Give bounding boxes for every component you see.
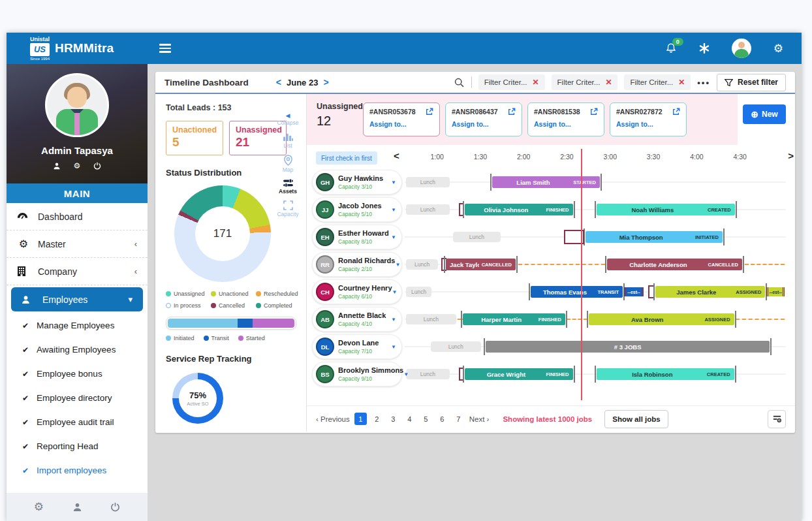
sidebar-subitem-reporting-head[interactable]: ✔Reporting Head bbox=[7, 434, 148, 458]
page-button[interactable]: 5 bbox=[420, 413, 432, 425]
share-icon[interactable] bbox=[426, 108, 433, 116]
tool-list[interactable]: List bbox=[271, 132, 305, 149]
person-icon[interactable] bbox=[72, 502, 82, 512]
asterisk-icon[interactable] bbox=[699, 43, 710, 54]
job-bar[interactable]: James ClarkeASSIGNED bbox=[655, 286, 765, 298]
job-bar[interactable]: Thomas EvansTRANSIT bbox=[531, 286, 623, 298]
job-bar[interactable]: Charlotte AndersonCANCELLED bbox=[607, 259, 742, 270]
sidebar-subitem-employee-bonus[interactable]: ✔Employee bonus bbox=[7, 362, 148, 386]
job-bar[interactable]: Ava BrownASSIGNED bbox=[589, 313, 734, 325]
view-settings-button[interactable] bbox=[768, 410, 786, 428]
sidebar-subitem-awaiting-employees[interactable]: ✔Awaiting Employees bbox=[7, 338, 148, 362]
job-bar[interactable]: Liam SmithSTARTED bbox=[492, 176, 600, 188]
job-bar[interactable]: # 3 JOBS bbox=[486, 341, 770, 353]
employee-name: Devon Lane bbox=[338, 339, 379, 347]
job-bar[interactable]: Jack TaylorCANCELLED bbox=[446, 259, 516, 270]
power-icon[interactable] bbox=[110, 502, 120, 512]
assign-to-link[interactable]: Assign to... bbox=[369, 120, 433, 128]
timeline-prev-chevron-icon[interactable]: < bbox=[394, 150, 399, 161]
dropdown-caret-icon[interactable]: ▼ bbox=[391, 180, 396, 185]
settings-gear-icon[interactable]: ⚙ bbox=[773, 43, 783, 54]
person-icon[interactable] bbox=[53, 162, 61, 170]
filter-chip[interactable]: Filter Criter...✕ bbox=[624, 74, 691, 90]
assign-to-link[interactable]: Assign to... bbox=[616, 120, 680, 128]
sidebar-item-company[interactable]: Company‹ bbox=[7, 258, 148, 285]
job-bar[interactable]: Noah WilliamsCREATED bbox=[597, 204, 735, 215]
new-job-button[interactable]: ⊕ New bbox=[743, 104, 786, 124]
collapse-button[interactable]: ◀ Collapse bbox=[271, 112, 305, 126]
reset-filter-button[interactable]: Reset filter bbox=[717, 74, 786, 91]
page-button[interactable]: 4 bbox=[403, 413, 416, 425]
employee-pill[interactable]: RRRonald RichardsCapacity 2/10▼ bbox=[312, 252, 402, 277]
job-bar[interactable]: Grace WrightFINISHED bbox=[465, 368, 572, 380]
remove-filter-icon[interactable]: ✕ bbox=[678, 78, 685, 87]
tool-assets[interactable]: Assets bbox=[271, 179, 305, 195]
more-filters-button[interactable]: ••• bbox=[697, 78, 710, 87]
job-card[interactable]: #ANSR027872Assign to... bbox=[610, 103, 687, 136]
power-icon[interactable] bbox=[93, 162, 101, 170]
page-button[interactable]: 3 bbox=[387, 413, 399, 425]
dropdown-caret-icon[interactable]: ▼ bbox=[395, 262, 400, 268]
timeline-next-chevron-icon[interactable]: > bbox=[788, 150, 794, 161]
dropdown-caret-icon[interactable]: ▼ bbox=[392, 289, 398, 295]
tool-map[interactable]: Map bbox=[271, 155, 305, 173]
sidebar-subitem-employee-audit-trail[interactable]: ✔Employee audit trail bbox=[7, 410, 148, 434]
tool-capacity[interactable]: Capacity bbox=[271, 200, 305, 217]
filter-chip[interactable]: Filter Criter...✕ bbox=[552, 74, 618, 90]
prev-page-button[interactable]: ‹ Previous bbox=[316, 415, 350, 423]
next-date-chevron-icon[interactable]: > bbox=[323, 77, 328, 87]
remove-filter-icon[interactable]: ✕ bbox=[533, 78, 539, 87]
remove-filter-icon[interactable]: ✕ bbox=[605, 78, 612, 87]
main-area: Timeline Dashboard < June 23 > Filter Cr… bbox=[148, 64, 802, 521]
employee-pill[interactable]: DLDevon LaneCapacity 7/10▼ bbox=[312, 334, 402, 359]
employee-pill[interactable]: CHCourtney HenryCapacity 6/10▼ bbox=[312, 279, 402, 304]
sidebar-subitem-employee-directory[interactable]: ✔Employee directory bbox=[7, 386, 148, 410]
next-page-button[interactable]: Next › bbox=[469, 415, 490, 423]
job-bar[interactable]: Isla RobinsonCREATED bbox=[597, 368, 734, 380]
stat-unactioned[interactable]: Unactioned5 bbox=[166, 121, 223, 155]
job-card[interactable]: #ANSR081538Assign to... bbox=[527, 103, 604, 136]
share-icon[interactable] bbox=[672, 108, 680, 116]
employee-pill[interactable]: GHGuy HawkinsCapacity 3/10▼ bbox=[312, 170, 402, 195]
sidebar-subitem-import-employees[interactable]: ✔Import employees bbox=[7, 458, 148, 482]
share-icon[interactable] bbox=[590, 108, 598, 116]
assign-to-link[interactable]: Assign to... bbox=[452, 120, 516, 128]
assign-to-link[interactable]: Assign to... bbox=[534, 120, 598, 128]
page-button[interactable]: 6 bbox=[436, 413, 448, 425]
sidebar-item-dashboard[interactable]: Dashboard bbox=[7, 203, 148, 230]
profile-avatar[interactable] bbox=[45, 73, 109, 137]
dropdown-caret-icon[interactable]: ▼ bbox=[391, 344, 396, 350]
employee-pill[interactable]: BSBrooklyn SimmonsCapacity 9/10▼ bbox=[312, 362, 402, 387]
sort-chip[interactable]: First check in first bbox=[316, 151, 377, 165]
page-button[interactable]: 2 bbox=[371, 413, 383, 425]
gear-icon[interactable]: ⚙ bbox=[34, 501, 44, 513]
gear-icon[interactable]: ⚙ bbox=[74, 162, 81, 170]
filter-chip[interactable]: Filter Criter...✕ bbox=[478, 74, 545, 90]
job-card[interactable]: #ANSR053678Assign to... bbox=[363, 103, 440, 136]
job-bar[interactable]: Olivia JohnsonFINISHED bbox=[465, 204, 572, 215]
job-bar[interactable]: Harper MartinFINISHED bbox=[463, 313, 565, 325]
sidebar-item-employees[interactable]: Employees▾ bbox=[11, 287, 143, 311]
employee-pill[interactable]: JJJacob JonesCapacity 5/10▼ bbox=[312, 197, 402, 222]
dropdown-caret-icon[interactable]: ▼ bbox=[391, 207, 396, 213]
user-avatar[interactable] bbox=[732, 39, 751, 58]
show-all-jobs-button[interactable]: Show all jobs bbox=[604, 410, 668, 428]
job-card[interactable]: #ANSR086437Assign to... bbox=[445, 103, 522, 136]
hamburger-menu-icon[interactable] bbox=[159, 42, 171, 55]
dropdown-caret-icon[interactable]: ▼ bbox=[403, 371, 409, 377]
dropdown-caret-icon[interactable]: ▼ bbox=[391, 234, 396, 240]
prev-date-chevron-icon[interactable]: < bbox=[276, 77, 281, 87]
page-button[interactable]: 1 bbox=[354, 413, 367, 425]
travel-dash-line bbox=[567, 319, 587, 320]
notifications-button[interactable]: 0 bbox=[665, 42, 677, 54]
unassigned-count: 12 bbox=[317, 114, 331, 129]
sidebar-subitem-manage-employees[interactable]: ✔Manage Employees bbox=[7, 313, 148, 338]
sidebar-item-master[interactable]: ⚙Master‹ bbox=[7, 230, 148, 258]
employee-pill[interactable]: ABAnnette BlackCapacity 4/10▼ bbox=[312, 307, 402, 332]
job-bar[interactable]: Mia ThompsonINITIATED bbox=[586, 231, 723, 243]
employee-pill[interactable]: EHEsther HowardCapacity 8/10▼ bbox=[312, 225, 402, 249]
search-icon[interactable] bbox=[454, 77, 465, 88]
share-icon[interactable] bbox=[508, 108, 516, 116]
dropdown-caret-icon[interactable]: ▼ bbox=[391, 317, 396, 323]
page-button[interactable]: 7 bbox=[452, 413, 465, 425]
